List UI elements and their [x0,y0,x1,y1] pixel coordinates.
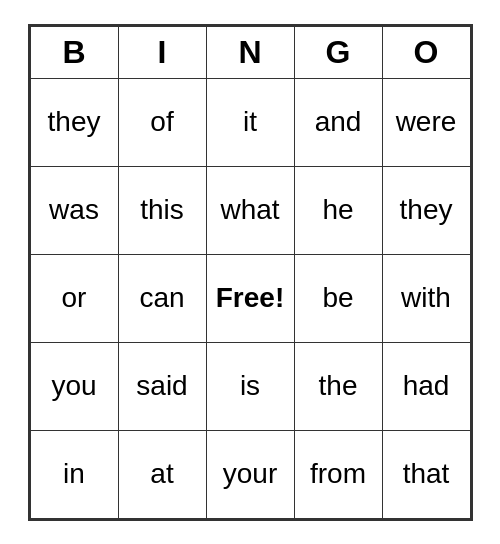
table-row: wasthiswhathethey [30,166,470,254]
table-cell[interactable]: of [118,78,206,166]
table-cell[interactable]: Free! [206,254,294,342]
table-cell[interactable]: was [30,166,118,254]
table-cell[interactable]: the [294,342,382,430]
table-cell[interactable]: you [30,342,118,430]
table-cell[interactable]: he [294,166,382,254]
bingo-table: B I N G O theyofitandwerewasthiswhatheth… [30,26,471,519]
table-cell[interactable]: is [206,342,294,430]
table-cell[interactable]: be [294,254,382,342]
table-cell[interactable]: at [118,430,206,518]
col-g: G [294,26,382,78]
table-cell[interactable]: in [30,430,118,518]
table-row: theyofitandwere [30,78,470,166]
table-cell[interactable]: said [118,342,206,430]
table-row: yousaidisthehad [30,342,470,430]
table-cell[interactable]: had [382,342,470,430]
table-cell[interactable]: what [206,166,294,254]
table-cell[interactable]: with [382,254,470,342]
table-cell[interactable]: from [294,430,382,518]
table-cell[interactable]: can [118,254,206,342]
col-n: N [206,26,294,78]
col-b: B [30,26,118,78]
table-cell[interactable]: your [206,430,294,518]
col-i: I [118,26,206,78]
header-row: B I N G O [30,26,470,78]
table-cell[interactable]: they [382,166,470,254]
bingo-card: B I N G O theyofitandwerewasthiswhatheth… [28,24,473,521]
table-cell[interactable]: were [382,78,470,166]
table-cell[interactable]: it [206,78,294,166]
table-cell[interactable]: that [382,430,470,518]
table-cell[interactable]: this [118,166,206,254]
col-o: O [382,26,470,78]
table-cell[interactable]: or [30,254,118,342]
table-row: inatyourfromthat [30,430,470,518]
table-cell[interactable]: they [30,78,118,166]
table-cell[interactable]: and [294,78,382,166]
table-row: orcanFree!bewith [30,254,470,342]
